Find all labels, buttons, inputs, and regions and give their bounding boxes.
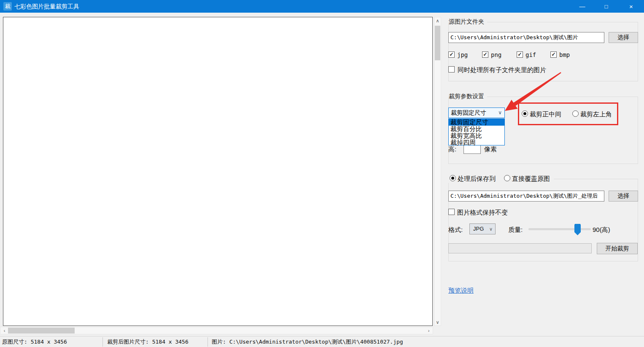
keep-format-checkbox[interactable] — [448, 209, 455, 215]
vertical-scrollbar[interactable]: ∧ ∨ — [434, 17, 441, 326]
crop-settings-group-title: 裁剪参数设置 — [449, 93, 487, 100]
preview-canvas — [3, 17, 433, 326]
jpg-checkbox[interactable]: ✓ — [448, 51, 455, 58]
status-separator — [207, 337, 208, 347]
check-icon: ✓ — [517, 51, 522, 57]
status-cropped-size: 裁剪后图片尺寸: 5184 x 3456 — [107, 336, 189, 347]
keep-format-label: 图片格式保持不变 — [457, 209, 508, 217]
scroll-down-icon[interactable]: ∨ — [434, 319, 441, 325]
window-title: 七彩色图片批量裁剪工具 — [14, 0, 79, 13]
preview-help-link[interactable]: 预览说明 — [448, 287, 474, 295]
quality-value-label: 90(高) — [593, 226, 610, 234]
quality-slider-track[interactable] — [528, 228, 591, 230]
format-field-label: 格式: — [448, 226, 463, 234]
save-to-folder-radio-label: 处理后保存到 — [458, 175, 496, 183]
dropdown-option-fixed-size[interactable]: 裁剪固定尺寸 — [449, 119, 504, 126]
scroll-right-icon[interactable]: › — [426, 327, 432, 334]
close-button[interactable]: × — [618, 0, 644, 13]
check-icon: ✓ — [551, 51, 555, 57]
gif-checkbox-label: gif — [525, 52, 536, 58]
maximize-button[interactable]: □ — [594, 0, 618, 13]
scroll-up-icon[interactable]: ∧ — [434, 17, 441, 24]
gif-checkbox[interactable]: ✓ — [517, 51, 523, 58]
status-image-path: 图片: C:\Users\Administrator\Desktop\测试\图片… — [212, 336, 403, 347]
annotation-arrow-icon — [498, 67, 569, 118]
check-icon: ✓ — [483, 51, 487, 57]
save-to-folder-radio[interactable] — [450, 175, 456, 181]
crop-mode-dropdown[interactable]: 裁剪固定尺寸 ∨ — [448, 108, 505, 118]
format-value: JPG — [473, 226, 484, 232]
source-path-input[interactable] — [448, 32, 604, 43]
dropdown-option-aspect-ratio[interactable]: 裁剪宽高比 — [449, 132, 504, 139]
chevron-down-icon: ∨ — [489, 224, 493, 234]
bmp-checkbox[interactable]: ✓ — [550, 51, 557, 58]
height-field-label: 高: — [448, 145, 456, 153]
crop-mode-dropdown-list: 裁剪固定尺寸 裁剪百分比 裁剪宽高比 裁掉四周 — [448, 118, 505, 145]
title-bar: 裁 七彩色图片批量裁剪工具 — □ × — [0, 0, 644, 13]
check-icon: ✓ — [449, 51, 453, 57]
dropdown-option-trim-edges[interactable]: 裁掉四周 — [449, 139, 504, 146]
png-checkbox-label: png — [491, 52, 501, 58]
save-path-input[interactable] — [448, 191, 604, 202]
save-select-button[interactable]: 选择 — [609, 191, 638, 202]
status-original-size: 原图尺寸: 5184 x 3456 — [2, 336, 67, 347]
horizontal-scrollbar-thumb[interactable] — [8, 328, 75, 334]
horizontal-scrollbar[interactable]: ‹ › — [0, 327, 433, 334]
vertical-scrollbar-thumb[interactable] — [435, 26, 440, 60]
overwrite-original-radio[interactable] — [504, 175, 510, 181]
crop-mode-value: 裁剪固定尺寸 — [451, 109, 486, 116]
status-separator — [102, 337, 103, 347]
include-subfolders-checkbox[interactable] — [448, 66, 455, 73]
dropdown-option-percentage[interactable]: 裁剪百分比 — [449, 126, 504, 132]
overwrite-original-radio-label: 直接覆盖原图 — [512, 175, 550, 183]
bmp-checkbox-label: bmp — [559, 52, 570, 58]
jpg-checkbox-label: jpg — [457, 52, 468, 58]
source-folder-group-title: 源图片文件夹 — [449, 18, 487, 26]
app-icon: 裁 — [3, 2, 12, 11]
progress-bar — [448, 243, 592, 253]
png-checkbox[interactable]: ✓ — [482, 51, 488, 58]
status-bar: 原图尺寸: 5184 x 3456 裁剪后图片尺寸: 5184 x 3456 图… — [0, 336, 644, 347]
start-crop-button[interactable]: 开始裁剪 — [597, 243, 638, 254]
height-unit-label: 像素 — [484, 145, 497, 153]
source-select-button[interactable]: 选择 — [609, 32, 638, 43]
quality-field-label: 质量: — [508, 226, 523, 234]
format-dropdown[interactable]: JPG ∨ — [469, 223, 496, 234]
minimize-button[interactable]: — — [570, 0, 594, 13]
scroll-left-icon[interactable]: ‹ — [1, 327, 8, 334]
